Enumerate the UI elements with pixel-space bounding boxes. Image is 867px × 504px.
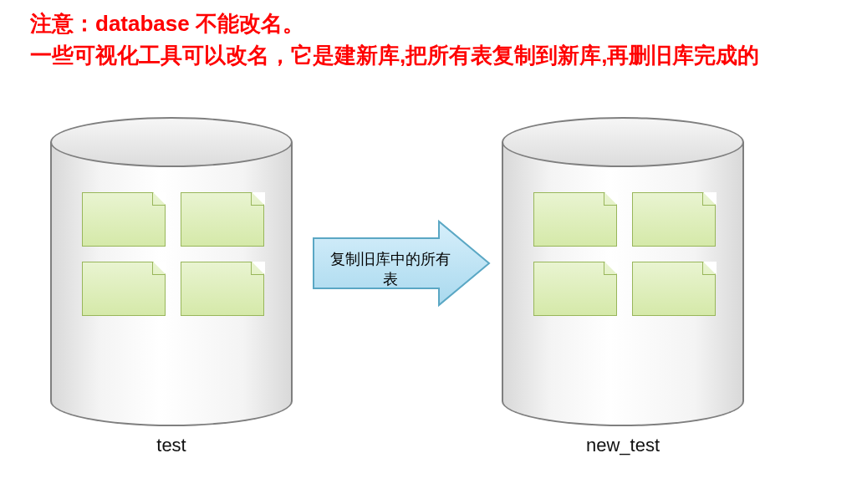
table-icon: [632, 262, 716, 316]
cylinder-top: [50, 117, 293, 167]
table-icon: [181, 192, 264, 247]
warning-note: 注意：database 不能改名。 一些可视化工具可以改名，它是建新库,把所有表…: [30, 8, 759, 71]
copy-arrow: 复制旧库中的所有表: [309, 217, 493, 309]
note-line1: 注意：database 不能改名。: [30, 11, 304, 36]
target-database: new_test: [502, 117, 744, 426]
table-icon: [533, 262, 617, 316]
table-icon: [181, 262, 264, 316]
cylinder-top: [502, 117, 744, 167]
table-icon: [632, 192, 716, 247]
source-tables: [82, 192, 264, 316]
table-icon: [82, 262, 166, 316]
arrow-label: 复制旧库中的所有表: [328, 249, 453, 289]
source-database: test: [50, 117, 293, 426]
source-db-label: test: [50, 435, 293, 456]
table-icon: [82, 192, 166, 247]
note-line2: 一些可视化工具可以改名，它是建新库,把所有表复制到新库,再删旧库完成的: [30, 43, 759, 68]
target-db-label: new_test: [502, 435, 744, 456]
table-icon: [533, 192, 617, 247]
target-tables: [533, 192, 716, 316]
